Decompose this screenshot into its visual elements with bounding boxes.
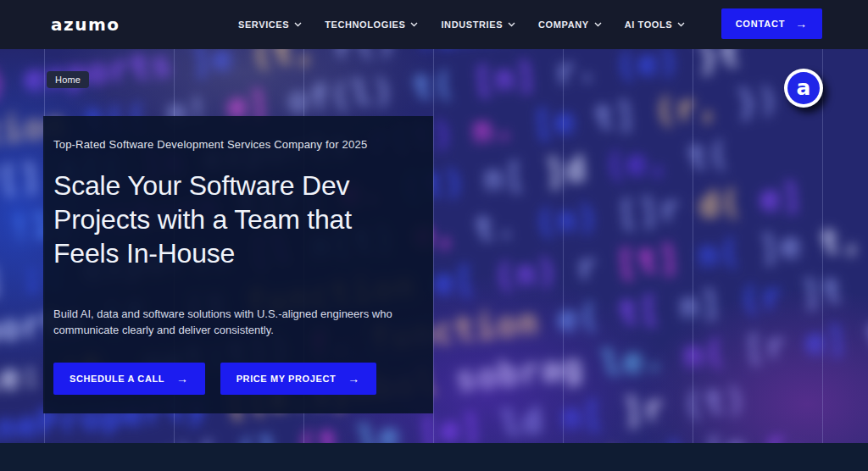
breadcrumb-home[interactable]: Home: [47, 71, 89, 88]
chevron-down-icon: [594, 22, 602, 27]
nav-item-services[interactable]: SERVICES: [238, 19, 302, 30]
hero-section: :{()t[}exports]e(t,r()functione[](n)t.[r…: [0, 49, 868, 443]
hero-paragraph-line: Build AI, data and software solutions wi…: [53, 306, 423, 322]
chevron-down-icon: [677, 22, 685, 27]
hero-heading-line: Projects with a Team that: [53, 202, 423, 236]
page: azumo SERVICES TECHNOLOGIES INDUSTRIES C…: [0, 0, 868, 471]
azumo-badge-icon: a: [787, 72, 820, 104]
hero-heading-line: Feels In-House: [53, 236, 423, 270]
schedule-call-label: SCHEDULE A CALL: [70, 374, 164, 384]
hero-cta-row: SCHEDULE A CALL → PRICE MY PROJECT →: [53, 363, 376, 395]
arrow-right-icon: →: [176, 373, 189, 385]
azumo-floating-badge[interactable]: a: [784, 69, 823, 108]
price-project-label: PRICE MY PROJECT: [236, 374, 337, 384]
top-nav: azumo SERVICES TECHNOLOGIES INDUSTRIES C…: [0, 0, 868, 49]
nav-item-label: INDUSTRIES: [441, 19, 503, 30]
hero-card: Top-Rated Software Development Services …: [43, 116, 433, 413]
azumo-logo[interactable]: azumo: [51, 14, 120, 35]
schedule-call-button[interactable]: SCHEDULE A CALL →: [53, 363, 205, 395]
hero-eyebrow: Top-Rated Software Development Services …: [53, 138, 423, 151]
nav-menu: SERVICES TECHNOLOGIES INDUSTRIES COMPANY…: [238, 0, 685, 49]
nav-item-technologies[interactable]: TECHNOLOGIES: [325, 19, 418, 30]
hero-paragraph-line: communicate clearly and deliver consiste…: [53, 322, 423, 338]
nav-item-label: AI TOOLS: [625, 19, 673, 30]
nav-item-ai-tools[interactable]: AI TOOLS: [625, 19, 686, 30]
chevron-down-icon: [508, 22, 515, 27]
hero-heading: Scale Your Software Dev Projects with a …: [53, 169, 423, 270]
nav-item-label: TECHNOLOGIES: [325, 19, 405, 30]
nav-item-label: COMPANY: [538, 19, 589, 30]
contact-button[interactable]: CONTACT →: [721, 8, 822, 39]
hero-paragraph: Build AI, data and software solutions wi…: [53, 306, 423, 338]
contact-button-label: CONTACT: [736, 19, 786, 29]
arrow-right-icon: →: [795, 18, 808, 30]
nav-item-industries[interactable]: INDUSTRIES: [441, 19, 515, 30]
hero-heading-line: Scale Your Software Dev: [53, 169, 423, 202]
price-project-button[interactable]: PRICE MY PROJECT →: [220, 363, 376, 395]
arrow-right-icon: →: [348, 373, 360, 385]
chevron-down-icon: [410, 22, 418, 27]
chevron-down-icon: [294, 22, 302, 27]
nav-item-label: SERVICES: [238, 19, 289, 30]
nav-item-company[interactable]: COMPANY: [538, 19, 602, 30]
